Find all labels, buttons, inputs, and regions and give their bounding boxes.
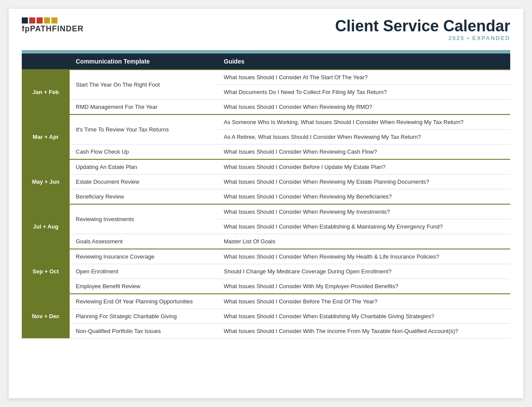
- template-cell: Cash Flow Check Up: [70, 144, 218, 159]
- guide-cell: Should I Change My Medicare Coverage Dur…: [218, 264, 510, 279]
- title-area: Client Service Calendar 2025 • EXPANDED: [335, 17, 510, 41]
- template-cell: Reviewing End Of Year Planning Opportuni…: [70, 294, 218, 309]
- template-cell: Start The Year On The Right Foot: [70, 70, 218, 100]
- guide-cell: What Issues Should I Consider When Revie…: [218, 174, 510, 189]
- guide-cell: What Issues Should I Consider At The Sta…: [218, 70, 510, 85]
- calendar-table: Communication Template Guides Jan + FebS…: [22, 54, 510, 339]
- month-cell: Mar + Apr: [22, 114, 70, 159]
- guide-cell: What Issues Should I Consider Before The…: [218, 294, 510, 309]
- logo-text: fpPATHFINDER: [22, 24, 84, 34]
- col-header-template: Communication Template: [70, 54, 218, 70]
- table-row: Planning For Strategic Charitable Giving…: [22, 309, 510, 323]
- template-cell: Open Enrollment: [70, 264, 218, 279]
- template-cell: It's Time To Review Your Tax Returns: [70, 114, 218, 145]
- table-row: Estate Document ReviewWhat Issues Should…: [22, 174, 510, 189]
- teal-bar: [22, 50, 510, 54]
- guide-cell: What Issues Should I Consider With The I…: [218, 323, 510, 338]
- square-3: [37, 17, 43, 24]
- main-title: Client Service Calendar: [335, 17, 510, 35]
- table-row: Cash Flow Check UpWhat Issues Should I C…: [22, 144, 510, 159]
- square-2: [29, 17, 35, 24]
- col-header-guides: Guides: [218, 54, 510, 70]
- table-row: Nov + DecReviewing End Of Year Planning …: [22, 294, 510, 309]
- table-row: Jan + FebStart The Year On The Right Foo…: [22, 70, 510, 85]
- table-row: Sep + OctReviewing Insurance CoverageWha…: [22, 249, 510, 264]
- table-row: Goals AssessmentMaster List Of Goals: [22, 234, 510, 249]
- square-1: [22, 17, 28, 24]
- square-4: [44, 17, 50, 24]
- template-cell: Planning For Strategic Charitable Giving: [70, 309, 218, 323]
- guide-cell: What Issues Should I Consider When Revie…: [218, 204, 510, 219]
- table-row: Beneficiary ReviewWhat Issues Should I C…: [22, 189, 510, 204]
- header: fpPATHFINDER Client Service Calendar 202…: [22, 17, 510, 41]
- guide-cell: What Issues Should I Consider When Revie…: [218, 249, 510, 264]
- guide-cell: As Someone Who Is Working, What Issues S…: [218, 114, 510, 130]
- month-cell: Jul + Aug: [22, 204, 70, 249]
- logo-area: fpPATHFINDER: [22, 17, 84, 34]
- template-cell: Beneficiary Review: [70, 189, 218, 204]
- template-cell: Updating An Estate Plan: [70, 159, 218, 175]
- page: fpPATHFINDER Client Service Calendar 202…: [9, 9, 523, 398]
- month-cell: Jan + Feb: [22, 70, 70, 114]
- table-row: Open EnrollmentShould I Change My Medica…: [22, 264, 510, 279]
- square-5: [51, 17, 57, 24]
- guide-cell: What Issues Should I Consider Before I U…: [218, 159, 510, 175]
- guide-cell: What Issues Should I Consider When Revie…: [218, 99, 510, 114]
- table-row: Mar + AprIt's Time To Review Your Tax Re…: [22, 114, 510, 130]
- template-cell: Goals Assessment: [70, 234, 218, 249]
- month-cell: Nov + Dec: [22, 294, 70, 339]
- month-cell: Sep + Oct: [22, 249, 70, 294]
- template-cell: Estate Document Review: [70, 174, 218, 189]
- template-cell: RMD Management For The Year: [70, 99, 218, 114]
- guide-cell: What Issues Should I Consider With My Em…: [218, 279, 510, 294]
- guide-cell: Master List Of Goals: [218, 234, 510, 249]
- template-cell: Employee Benefit Review: [70, 279, 218, 294]
- guide-cell: What Issues Should I Consider When Estab…: [218, 309, 510, 323]
- subtitle: 2025 • EXPANDED: [335, 35, 510, 41]
- month-cell: May + Jun: [22, 159, 70, 204]
- guide-cell: As A Retiree, What Issues Should I Consi…: [218, 129, 510, 144]
- table-row: RMD Management For The YearWhat Issues S…: [22, 99, 510, 114]
- guide-cell: What Issues Should I Consider When Revie…: [218, 144, 510, 159]
- table-row: May + JunUpdating An Estate PlanWhat Iss…: [22, 159, 510, 175]
- guide-cell: What Documents Do I Need To Collect For …: [218, 84, 510, 99]
- guide-cell: What Issues Should I Consider When Estab…: [218, 219, 510, 234]
- template-cell: Reviewing Investments: [70, 204, 218, 234]
- table-row: Jul + AugReviewing InvestmentsWhat Issue…: [22, 204, 510, 219]
- table-header-row: Communication Template Guides: [22, 54, 510, 70]
- table-row: Employee Benefit ReviewWhat Issues Shoul…: [22, 279, 510, 294]
- logo-squares: [22, 17, 84, 24]
- guide-cell: What Issues Should I Consider When Revie…: [218, 189, 510, 204]
- col-header-month: [22, 54, 70, 70]
- template-cell: Reviewing Insurance Coverage: [70, 249, 218, 264]
- table-row: Non-Qualified Portfolio Tax IssuesWhat I…: [22, 323, 510, 338]
- template-cell: Non-Qualified Portfolio Tax Issues: [70, 323, 218, 338]
